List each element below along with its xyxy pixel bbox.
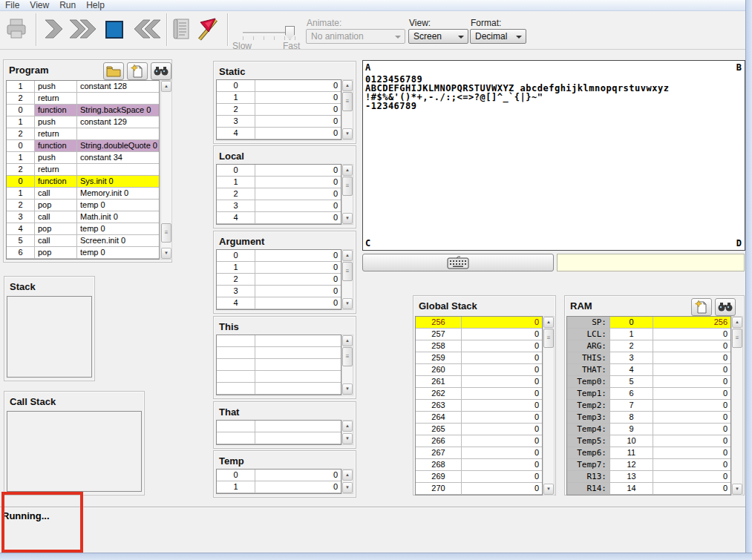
segment-row[interactable]: 10 <box>217 177 341 188</box>
segment-row[interactable]: 40 <box>217 297 341 309</box>
scroll-up-icon[interactable]: ▲ <box>342 80 353 91</box>
segment-row[interactable]: 20 <box>217 274 341 286</box>
script-button[interactable] <box>171 17 192 41</box>
ram-row[interactable]: THIS:30 <box>567 352 730 364</box>
ram-row[interactable]: ARG:20 <box>567 340 730 352</box>
global-stack-row[interactable]: 2560 <box>416 317 542 329</box>
search-program-button[interactable] <box>151 62 171 80</box>
segment-row[interactable]: 10 <box>217 262 341 274</box>
segment-row[interactable] <box>217 421 341 432</box>
clear-ram-button[interactable] <box>691 298 712 316</box>
reset-button[interactable] <box>132 19 162 39</box>
scroll-up-icon[interactable]: ▲ <box>342 470 353 481</box>
ram-row[interactable]: Temp1:60 <box>567 388 730 400</box>
scroll-down-icon[interactable]: ▼ <box>543 484 554 495</box>
scrollbar[interactable]: ▲≡▼ <box>341 335 353 395</box>
ram-row[interactable]: Temp4:90 <box>567 424 730 435</box>
scroll-down-icon[interactable]: ▼ <box>342 433 353 444</box>
scroll-down-icon[interactable]: ▼ <box>342 482 353 493</box>
scroll-up-icon[interactable]: ▲ <box>342 250 353 261</box>
scroll-down-icon[interactable]: ▼ <box>342 128 353 139</box>
segment-row[interactable]: 00 <box>217 80 341 92</box>
scroll-down-icon[interactable]: ▼ <box>161 248 171 259</box>
menu-item-view[interactable]: View <box>24 0 54 11</box>
menu-item-file[interactable]: File <box>0 0 24 11</box>
ram-row[interactable]: LCL:10 <box>567 329 730 340</box>
menu-item-run[interactable]: Run <box>54 0 81 11</box>
segment-row[interactable] <box>217 432 341 444</box>
scroll-thumb[interactable]: ≡ <box>342 92 353 111</box>
scroll-thumb[interactable]: ≡ <box>342 262 353 281</box>
stop-button[interactable] <box>105 21 123 39</box>
segment-row[interactable]: 30 <box>217 200 341 212</box>
scroll-up-icon[interactable]: ▲ <box>342 335 353 346</box>
clear-program-button[interactable] <box>127 62 148 80</box>
segment-row[interactable] <box>217 383 341 395</box>
segment-row[interactable] <box>217 359 341 371</box>
program-row[interactable]: 1pushconstant 34 <box>7 152 159 164</box>
slider-thumb[interactable] <box>285 26 295 40</box>
keyboard-button[interactable] <box>362 254 554 271</box>
program-row[interactable]: 1pushconstant 129 <box>7 116 159 128</box>
global-stack-row[interactable]: 2670 <box>416 447 542 459</box>
segment-row[interactable]: 10 <box>217 92 341 104</box>
program-row[interactable]: 6poptemp 0 <box>7 247 159 259</box>
global-stack-row[interactable]: 2680 <box>416 459 542 471</box>
segment-row[interactable] <box>217 347 341 359</box>
search-ram-button[interactable] <box>715 298 736 316</box>
ram-row[interactable]: R14:140 <box>567 483 730 495</box>
segment-row[interactable]: 40 <box>217 128 341 139</box>
program-row[interactable]: 2return <box>7 164 159 176</box>
scrollbar[interactable]: ▲≡▼ <box>341 249 353 310</box>
program-row[interactable]: 2return <box>7 93 159 105</box>
scrollbar[interactable]: ▲≡▼ <box>731 316 743 495</box>
segment-row[interactable]: 20 <box>217 188 341 200</box>
scroll-thumb[interactable]: ≡ <box>732 329 742 348</box>
global-stack-row[interactable]: 2630 <box>416 400 542 412</box>
global-stack-row[interactable]: 2590 <box>416 352 542 364</box>
segment-row[interactable]: 40 <box>217 212 341 224</box>
ram-row[interactable]: THAT:40 <box>567 364 730 376</box>
global-stack-row[interactable]: 2580 <box>416 340 542 352</box>
segment-row[interactable]: 20 <box>217 104 341 116</box>
breakpoints-button[interactable] <box>194 16 221 42</box>
segment-row[interactable]: 00 <box>217 250 341 262</box>
ram-row[interactable]: Temp5:100 <box>567 435 730 447</box>
scrollbar[interactable]: ▲≡▼ <box>341 164 353 225</box>
scrollbar[interactable]: ▲▼ <box>341 420 353 445</box>
global-stack-row[interactable]: 2700 <box>416 483 542 495</box>
segment-row[interactable]: 00 <box>217 165 341 177</box>
program-row[interactable]: 1callMemory.init 0 <box>7 188 159 200</box>
scrollbar[interactable]: ▲▼ <box>341 469 353 494</box>
global-stack-row[interactable]: 2690 <box>416 471 542 483</box>
program-row[interactable]: 1pushconstant 128 <box>7 81 159 93</box>
global-stack-row[interactable]: 2640 <box>416 412 542 424</box>
single-step-button[interactable] <box>42 19 65 39</box>
scroll-thumb[interactable]: ≡ <box>161 223 171 243</box>
segment-row[interactable]: 30 <box>217 286 341 297</box>
global-stack-row[interactable]: 2620 <box>416 388 542 400</box>
segment-row[interactable]: 00 <box>217 470 341 481</box>
menu-item-help[interactable]: Help <box>81 0 110 11</box>
animate-dropdown[interactable]: No animation <box>306 29 405 44</box>
program-row[interactable]: 2poptemp 0 <box>7 200 159 211</box>
program-row[interactable]: 2return <box>7 128 159 140</box>
scroll-up-icon[interactable]: ▲ <box>543 317 554 328</box>
load-program-button[interactable] <box>4 17 28 41</box>
ram-row[interactable]: Temp2:70 <box>567 400 730 412</box>
scroll-up-icon[interactable]: ▲ <box>732 317 742 328</box>
scroll-down-icon[interactable]: ▼ <box>732 484 742 495</box>
run-button[interactable] <box>68 19 98 39</box>
program-row[interactable]: 4poptemp 0 <box>7 223 159 235</box>
global-stack-row[interactable]: 2610 <box>416 376 542 388</box>
segment-row[interactable]: 10 <box>217 481 341 493</box>
ram-row[interactable]: R13:130 <box>567 471 730 483</box>
ram-row[interactable]: SP:0256 <box>567 317 730 329</box>
program-row[interactable]: 0functionSys.init 0 <box>7 176 159 188</box>
global-stack-row[interactable]: 2570 <box>416 329 542 340</box>
ram-row[interactable]: Temp0:50 <box>567 376 730 388</box>
scroll-up-icon[interactable]: ▲ <box>342 421 353 432</box>
scroll-up-icon[interactable]: ▲ <box>342 165 353 176</box>
scroll-up-icon[interactable]: ▲ <box>161 81 171 92</box>
ram-row[interactable]: Temp7:120 <box>567 459 730 471</box>
